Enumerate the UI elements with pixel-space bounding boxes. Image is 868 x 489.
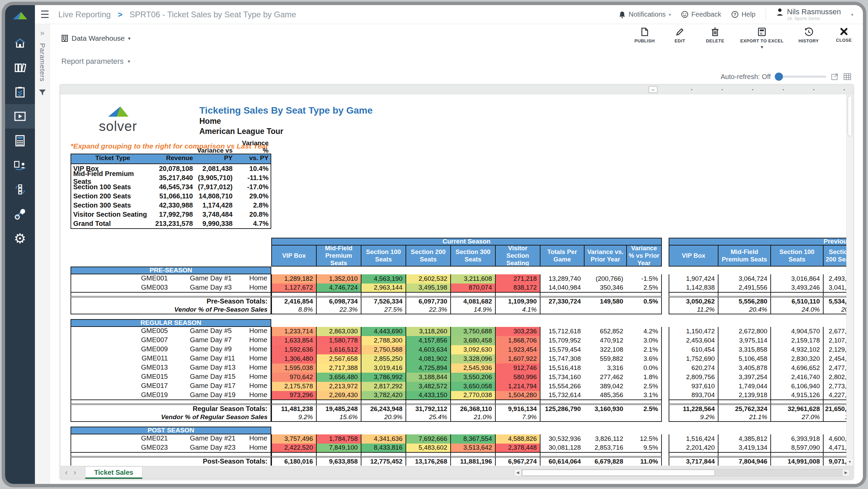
delete-button[interactable]: DELETE — [705, 27, 725, 50]
vendor-pct-previous-cell: 9.2% — [669, 413, 718, 422]
section-totals-cell: 6,967,274 — [495, 456, 540, 466]
filter-funnel-icon[interactable] — [39, 89, 46, 96]
solver-logo-icon — [12, 11, 28, 23]
previous-season-cell: 4,932,102 — [770, 345, 823, 354]
vendor-pct-cell: 21.0% — [450, 413, 495, 422]
user-menu[interactable]: Nils Rasmussen 16. Sports Demo — [776, 8, 841, 21]
label-pad — [71, 336, 132, 345]
gear-icon: ⚙ — [14, 232, 26, 245]
close-label: CLOSE — [836, 38, 852, 43]
vendor-pct-cell: 25.4% — [406, 413, 450, 422]
horizontal-scrollbar[interactable]: ◀ ▶ — [514, 469, 850, 476]
close-button[interactable]: CLOSE — [834, 27, 854, 50]
next-sheet-button[interactable]: › — [74, 468, 76, 477]
totals-per-game-cell: 15,747,308 — [540, 354, 584, 364]
game-location: Home — [249, 336, 272, 345]
summary-value: 2.8% — [235, 201, 271, 210]
help-label: Help — [742, 11, 755, 18]
heat-cell: 1,616,512 — [316, 345, 361, 354]
vertical-scrollbar-thumb[interactable] — [848, 96, 852, 136]
slider-knob[interactable] — [775, 73, 783, 81]
gap-cell — [450, 453, 495, 456]
variance-pct-cell: -1.5% — [626, 274, 662, 283]
edit-button[interactable]: EDIT — [670, 27, 690, 50]
sidebar-item-admin-tools[interactable] — [5, 202, 35, 226]
heat-cell: 271,218 — [495, 274, 540, 283]
section-totals-per-game: 60,614,064 — [540, 456, 584, 466]
vendor-empty — [626, 413, 662, 422]
previous-season-cell: 6,393,918 — [770, 434, 823, 444]
sidebar-item-library[interactable] — [5, 55, 35, 80]
grid-view-icon[interactable] — [843, 73, 851, 80]
sidebar-item-process[interactable] — [5, 177, 35, 202]
metric-column-header: Totals Per Game — [540, 246, 584, 267]
row-gap — [662, 391, 669, 400]
publish-button[interactable]: PUBLISH — [634, 27, 655, 50]
report-parameters-toggle[interactable]: Report parameters ▾ — [50, 53, 863, 70]
vertical-scrollbar[interactable]: ▾ — [846, 94, 853, 466]
vendor-pct-cell: 14.9% — [450, 306, 495, 314]
game-location: Home — [249, 327, 272, 336]
auto-refresh-slider[interactable] — [775, 76, 826, 78]
row-gap — [662, 327, 669, 336]
horizontal-scrollbar-thumb[interactable] — [522, 470, 715, 476]
game-row: GME019Game Day #19Home973,2962,269,4303,… — [71, 391, 846, 400]
history-button[interactable]: HISTORY — [798, 27, 819, 50]
horizontal-scrollbar-track[interactable] — [521, 469, 842, 476]
heat-cell: 2,963,144 — [361, 283, 406, 293]
gap-cell — [662, 400, 669, 404]
report-player-icon — [14, 111, 26, 122]
auto-refresh-label: Auto-refresh: Off — [721, 73, 771, 81]
notifications-menu[interactable]: Notifications ▾ — [619, 11, 671, 18]
vendor-empty — [584, 413, 626, 422]
label-gap — [168, 354, 190, 364]
column-header-row: VIP BoxMid-Field Premium SeatsSection 10… — [71, 246, 846, 267]
totals-row: Pre-Season Totals:2,416,8546,098,7347,52… — [71, 296, 846, 306]
heat-cell: 303,236 — [495, 327, 540, 336]
sidebar-item-calculator[interactable] — [5, 129, 35, 153]
breadcrumb-section[interactable]: Live Reporting — [58, 10, 111, 19]
section-totals-label: Post-Season Totals: — [71, 456, 271, 466]
previous-season-cell: 2,491,556 — [718, 283, 770, 293]
previous-season-cell: 2,493,44 — [823, 274, 846, 283]
heat-cell: 4,563,190 — [361, 274, 406, 283]
publish-label: PUBLISH — [634, 38, 655, 43]
solver-logo-text: solver — [99, 119, 137, 133]
tools-icon — [14, 208, 26, 220]
sidebar-item-settings[interactable]: ⚙ — [5, 226, 35, 251]
heat-cell: 3,656,480 — [316, 373, 361, 382]
document-user-sync-icon — [14, 160, 26, 170]
section-totals-cell: 11,481,238 — [271, 404, 316, 413]
collapse-outline-button[interactable]: − — [649, 86, 657, 93]
expand-panel-icon[interactable]: » — [40, 29, 44, 38]
section-totals-cell: 13,176,268 — [406, 456, 450, 466]
help-button[interactable]: ? Help — [731, 11, 755, 18]
sidebar-item-data-collaboration[interactable] — [5, 153, 35, 177]
sidebar-item-home[interactable] — [5, 31, 35, 55]
scroll-right-button[interactable]: ▶ — [842, 469, 850, 476]
heat-cell: 4,588,826 — [495, 434, 540, 444]
export-to-excel-button[interactable]: x↓ EXPORT TO EXCEL ▼ — [740, 27, 784, 50]
report-subtitle-1: Home — [199, 116, 373, 126]
sidebar-item-live-reporting[interactable] — [5, 104, 35, 129]
sheet-tab-ticket-sales[interactable]: Ticket Sales — [85, 466, 142, 479]
sidebar-item-tasks[interactable] — [5, 80, 35, 104]
parameters-panel-label[interactable]: Parameters — [38, 43, 46, 82]
label-gap — [168, 364, 190, 373]
heat-cell: 2,863,030 — [316, 327, 361, 336]
prev-sheet-button[interactable]: ‹ — [65, 468, 67, 477]
open-external-icon[interactable] — [831, 73, 839, 80]
user-name: Nils Rasmussen — [787, 8, 841, 16]
data-source-picker[interactable]: Data Warehouse ▾ — [61, 34, 131, 42]
scroll-left-button[interactable]: ◀ — [514, 469, 521, 476]
summary-ticket-type: Section 100 Seats — [71, 182, 154, 192]
previous-season-cell: 2,809,756 — [669, 373, 718, 382]
scroll-down-button[interactable]: ▾ — [847, 458, 853, 465]
previous-season-band: Previous Season — [669, 238, 846, 246]
gap-cell — [495, 400, 540, 404]
feedback-button[interactable]: Feedback — [681, 11, 721, 18]
game-location: Home — [249, 364, 272, 373]
hamburger-menu-icon[interactable]: ☰ — [40, 9, 50, 20]
user-chevron-icon[interactable]: ▾ — [851, 12, 853, 17]
summary-ticket-type: Visitor Section Seating — [71, 210, 154, 219]
